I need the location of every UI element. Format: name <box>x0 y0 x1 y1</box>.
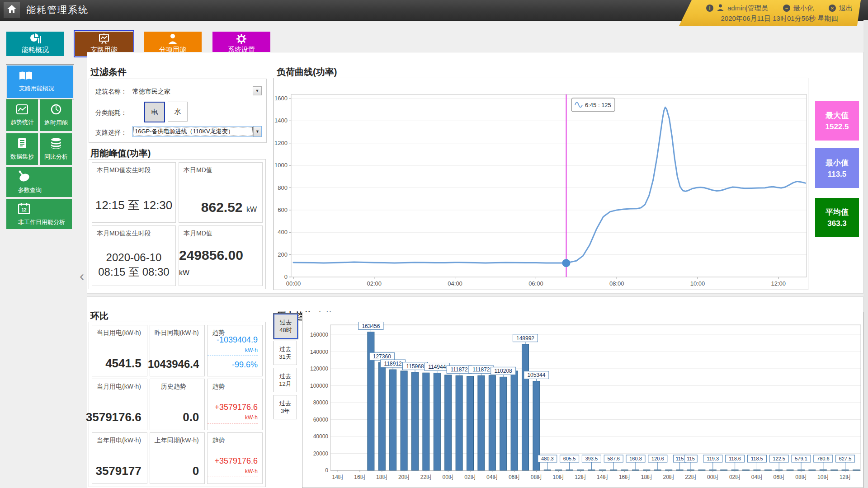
home-button[interactable] <box>4 2 20 18</box>
sidebar-item-data-collection[interactable]: 数据集抄 <box>6 133 38 165</box>
svg-text:1200: 1200 <box>274 140 288 146</box>
md-today-period-value: 12:15 至 12:30 <box>92 197 175 213</box>
calendar-icon: 12 <box>6 202 72 216</box>
month-trend-card: 趋势 +3579176.6 kW·h <box>207 379 263 430</box>
sidebar-item-label: 参数查询 <box>6 186 72 194</box>
load-curve-svg: 0200400600800100012001400160000:0002:000… <box>274 78 808 290</box>
svg-text:100000: 100000 <box>310 383 328 389</box>
scrollbar[interactable] <box>863 20 868 488</box>
minimize-icon[interactable]: − <box>783 5 790 12</box>
logout-label[interactable]: 退出 <box>839 4 853 13</box>
svg-text:04时: 04时 <box>751 474 763 480</box>
md-month-period-card: 本月MD值发生时段 2020-06-1008:15 至 08:30 <box>92 225 176 286</box>
svg-text:08时: 08时 <box>795 474 807 480</box>
user-name: admin|管理员 <box>727 4 768 13</box>
max-value-badge: 最大值1522.5 <box>815 101 859 141</box>
sidebar-item-nonworkday-analysis[interactable]: 12 非工作日用能分析 <box>6 199 72 229</box>
info-icon[interactable]: i <box>706 5 713 12</box>
svg-text:6:45 : 125: 6:45 : 125 <box>585 102 611 108</box>
sidebar-item-label: 支路用能概况 <box>7 84 73 93</box>
svg-text:1000: 1000 <box>274 162 288 169</box>
svg-text:140000: 140000 <box>310 349 328 355</box>
yesterday-usage-card: 昨日同期(kW·h) 1043946.4 <box>150 325 205 376</box>
month-usage-card: 当月用电(kW·h) 3579176.6 <box>92 379 147 430</box>
history-bar-chart[interactable]: 0200004000060000800001000001200001400001… <box>302 312 863 488</box>
svg-text:20时: 20时 <box>663 474 675 480</box>
svg-text:80000: 80000 <box>313 399 329 406</box>
building-dropdown-button[interactable]: ▼ <box>253 86 262 95</box>
day-trend-value: -1039404.9 kW·h -99.6% <box>208 335 258 370</box>
svg-text:20000: 20000 <box>313 450 329 457</box>
sidebar-item-yoy-analysis[interactable]: 同比分析 <box>40 133 72 165</box>
history-bar-svg: 0200004000060000800001000001200001400001… <box>302 312 863 488</box>
svg-text:02:00: 02:00 <box>367 280 382 287</box>
svg-text:605.5: 605.5 <box>563 456 576 461</box>
nav-tab-label: 能耗概况 <box>22 46 49 54</box>
sidebar-item-parameter-query[interactable]: 参数查询 <box>6 167 72 197</box>
svg-text:115968: 115968 <box>406 363 424 370</box>
energy-option-electric[interactable]: 电 <box>144 102 165 122</box>
svg-text:480.3: 480.3 <box>541 456 554 461</box>
svg-text:22时: 22时 <box>685 474 696 480</box>
svg-text:02时: 02时 <box>464 474 476 480</box>
tab-past-31d[interactable]: 过去31天 <box>274 341 297 365</box>
tab-past-48h[interactable]: 过去48时 <box>274 314 298 339</box>
svg-text:10:00: 10:00 <box>690 280 705 287</box>
branch-select[interactable]: 16GP-备供电源进线（110KV龙港变） ▼ <box>132 126 262 137</box>
energy-option-water[interactable]: 水 <box>168 102 188 122</box>
svg-text:111872: 111872 <box>472 366 490 373</box>
lastyear-usage-card: 上年同期(kW·h) 0 <box>150 432 205 484</box>
min-value-badge: 最小值113.5 <box>815 148 859 188</box>
trend-line-icon <box>16 104 28 116</box>
md-month-value: 249856.00 kW <box>179 248 257 278</box>
svg-text:587.6: 587.6 <box>607 456 620 461</box>
month-trend-value: +3579176.6 kW·h <box>208 403 258 423</box>
svg-text:14时: 14时 <box>332 474 344 480</box>
easel-chart-icon <box>98 33 110 44</box>
sidebar-item-hourly-energy[interactable]: 逐时用能 <box>40 99 72 131</box>
svg-text:119.3: 119.3 <box>707 456 719 461</box>
card-label: 本月MD值发生时段 <box>97 230 151 238</box>
svg-text:18时: 18时 <box>376 474 387 480</box>
svg-text:20时: 20时 <box>398 474 410 480</box>
svg-text:111872: 111872 <box>450 366 468 373</box>
svg-text:0: 0 <box>325 467 328 474</box>
huanbi-section-title: 环比 <box>90 310 108 322</box>
avg-value-badge: 平均值363.3 <box>815 198 859 237</box>
day-trend-card: 趋势 -1039404.9 kW·h -99.6% <box>207 325 263 376</box>
sidebar-item-branch-overview[interactable]: 支路用能概况 <box>6 65 74 99</box>
svg-text:114944: 114944 <box>428 364 446 370</box>
svg-text:110208: 110208 <box>495 368 512 374</box>
sidebar-item-trend-stats[interactable]: 趋势统计 <box>6 99 38 131</box>
sidebar-collapse-chevron[interactable]: ‹ <box>80 269 84 283</box>
svg-text:127360: 127360 <box>373 353 391 360</box>
logout-icon[interactable]: × <box>829 5 836 12</box>
filter-box: 建筑名称： 常德市民之家 ▼ 分类能耗： 电 水 支路选择： 16GP-备供电源… <box>89 79 267 143</box>
minimize-label[interactable]: 最小化 <box>793 4 814 13</box>
filter-section-title: 过滤条件 <box>90 66 127 78</box>
svg-text:00时: 00时 <box>707 474 718 480</box>
svg-text:1400: 1400 <box>274 117 288 124</box>
svg-text:115: 115 <box>687 456 695 461</box>
tab-past-3y[interactable]: 过去3年 <box>274 395 297 419</box>
chevron-down-icon: ▼ <box>253 127 261 136</box>
app-root: 能耗管理系统 i admin|管理员 − 最小化 × 退出 2020年06月11… <box>0 0 868 488</box>
nav-tab-energy-overview[interactable]: 能耗概况 <box>6 32 64 56</box>
svg-text:06时: 06时 <box>774 474 785 480</box>
svg-text:12:00: 12:00 <box>771 280 786 287</box>
svg-text:00:00: 00:00 <box>286 280 301 287</box>
md-month-value-card: 本月MD值 249856.00 kW <box>179 225 263 286</box>
ribbon-row-user: i admin|管理员 − 最小化 × 退出 <box>706 3 853 13</box>
svg-text:393.5: 393.5 <box>585 456 598 461</box>
building-value: 常德市民之家 <box>132 88 170 96</box>
svg-text:120.6: 120.6 <box>651 456 664 461</box>
svg-text:14时: 14时 <box>597 474 608 480</box>
svg-text:780.6: 780.6 <box>817 456 830 461</box>
sidebar-item-label: 趋势统计 <box>10 118 34 127</box>
svg-text:10时: 10时 <box>817 474 829 480</box>
svg-text:1600: 1600 <box>274 95 288 102</box>
tab-past-12m[interactable]: 过去12月 <box>274 368 297 392</box>
energy-type-label: 分类能耗： <box>95 109 127 117</box>
svg-text:800: 800 <box>278 184 288 191</box>
load-curve-chart[interactable]: 0200400600800100012001400160000:0002:000… <box>274 78 808 290</box>
